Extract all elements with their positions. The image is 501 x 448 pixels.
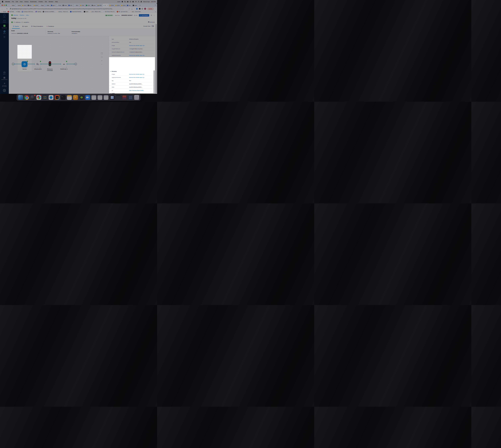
sidebar-nav-item[interactable]: Deployments bbox=[0, 24, 9, 29]
extension-m-icon[interactable]: M bbox=[136, 8, 138, 10]
bookmark-item[interactable]: Campus 2022 lear... bbox=[22, 11, 34, 12]
dock-item[interactable] bbox=[24, 95, 29, 100]
sidebar-nav-item[interactable] bbox=[0, 35, 9, 39]
pipeline-canvas[interactable]: ▶ ⚙ ✓ </> Service ✓ </> Infrastructure bbox=[9, 36, 109, 94]
menu-item[interactable]: Tab bbox=[45, 1, 47, 2]
menu-item[interactable]: Window bbox=[49, 1, 53, 2]
dock-item[interactable]: 1 bbox=[30, 95, 35, 100]
extension-square-icon[interactable] bbox=[142, 8, 143, 9]
step-node-resource-constraint[interactable] bbox=[49, 61, 51, 66]
console-view-toggle[interactable] bbox=[151, 25, 154, 27]
step-node-shellscript[interactable]: </> ✓ </> bbox=[61, 61, 67, 67]
browser-tab[interactable]: Dev × bbox=[126, 4, 132, 7]
dock-item[interactable] bbox=[49, 95, 54, 100]
page-scrollbar[interactable] bbox=[155, 24, 157, 93]
browser-tab[interactable]: [CDS × bbox=[121, 4, 126, 7]
dock-item[interactable] bbox=[79, 95, 84, 100]
extension-pinned-icon[interactable] bbox=[139, 8, 140, 10]
dock-item[interactable] bbox=[128, 95, 133, 100]
dock-item[interactable] bbox=[73, 95, 78, 100]
panel-scrollbar-thumb[interactable] bbox=[154, 70, 155, 93]
zoom-menu-item[interactable]: zoom bbox=[117, 1, 121, 2]
more-options-kebab-icon[interactable]: ⋮ bbox=[153, 15, 155, 16]
reset-view-button[interactable] bbox=[101, 56, 103, 58]
lock-icon[interactable] bbox=[10, 8, 11, 9]
apple-menu-icon[interactable] bbox=[2, 1, 3, 2]
browser-tab[interactable]: Inbox × bbox=[10, 4, 15, 7]
bookmark-item[interactable]: Expensify Reimbu... bbox=[70, 11, 82, 12]
browser-tab[interactable]: CDS × bbox=[79, 4, 85, 7]
browser-tab[interactable]: [CDS × bbox=[109, 4, 115, 7]
browser-tab[interactable]: S × bbox=[103, 4, 109, 7]
address-bar[interactable]: qa.harness.io /ng/account/px7xd_BFRCi-pf… bbox=[9, 8, 124, 10]
password-key-icon[interactable] bbox=[129, 8, 130, 9]
sidebar-nav-item[interactable]: Projects bbox=[0, 18, 9, 24]
share-icon[interactable] bbox=[131, 8, 133, 10]
detail-value[interactable]: <+dockerConfigJsonSecr... bbox=[129, 51, 155, 53]
tab-resilience[interactable]: Resilience bbox=[46, 24, 54, 29]
dock-item[interactable] bbox=[122, 95, 127, 100]
menu-item[interactable]: Chrome bbox=[5, 1, 10, 2]
browser-tab[interactable]: 658c × bbox=[45, 4, 50, 7]
detail-value[interactable]: harness-ken-docker-repo-1.jfr... bbox=[129, 45, 155, 46]
control-center-icon[interactable] bbox=[141, 1, 142, 2]
bookmark-item[interactable]: Git - git-revert Do... bbox=[117, 11, 128, 12]
playback-status-icon[interactable] bbox=[130, 1, 131, 2]
browser-tab[interactable]: grey × bbox=[91, 4, 97, 7]
browser-tab[interactable]: Supp × bbox=[39, 4, 45, 7]
dock-item[interactable] bbox=[18, 95, 23, 100]
display-status-icon[interactable] bbox=[132, 1, 134, 2]
dock-item[interactable] bbox=[36, 95, 41, 100]
back-button[interactable]: ← bbox=[1, 8, 3, 10]
zoom-in-button[interactable]: + bbox=[101, 60, 103, 62]
dock-item[interactable] bbox=[85, 95, 90, 100]
detail-value[interactable]: <+imagePullSecret.primar... bbox=[129, 48, 155, 49]
label-section-header[interactable]: ∧ Label bbox=[109, 92, 155, 94]
close-tab-icon[interactable]: × bbox=[107, 5, 108, 6]
stage-name[interactable]: firstS bbox=[11, 30, 15, 32]
environment-chip[interactable]: sampleEnv bbox=[23, 22, 29, 23]
metadata-value[interactable]: harness-ken-docker-repo-1.jf... bbox=[129, 74, 155, 75]
metadata-value[interactable]: sha256:658c8eae64831... bbox=[129, 87, 155, 88]
dock-item[interactable] bbox=[134, 95, 139, 100]
menu-clock-time[interactable]: 6:59 PM bbox=[151, 1, 156, 2]
dock-item[interactable] bbox=[98, 95, 102, 100]
browser-tab[interactable]: CD D × bbox=[21, 4, 27, 7]
wifi-status-icon[interactable] bbox=[135, 1, 137, 2]
zoom-out-button[interactable]: − bbox=[101, 63, 103, 65]
browser-tab[interactable]: HRA × bbox=[97, 4, 103, 7]
browser-tab[interactable]: Edit × bbox=[68, 4, 74, 7]
chrome-profile-avatar[interactable]: A bbox=[144, 8, 146, 10]
menu-item[interactable]: Help bbox=[55, 1, 58, 2]
bookmark-item[interactable]: Git Cherry Pick | A... bbox=[103, 11, 115, 12]
menu-item[interactable]: Edit bbox=[16, 1, 18, 2]
bookmark-item[interactable]: java - What is the... bbox=[90, 11, 101, 12]
sidebar-bottom-item[interactable]: ACCOUNT SETTINGS bbox=[0, 81, 9, 88]
menu-item[interactable]: History bbox=[24, 1, 28, 2]
bookmark-item[interactable]: Gmail bbox=[1, 11, 6, 12]
sidebar-bottom-item[interactable]: DASHBOARDS bbox=[0, 76, 9, 81]
sidebar-nav-item[interactable]: Builds bbox=[0, 29, 9, 35]
browser-tab[interactable]: [CDS × bbox=[33, 4, 39, 7]
app-status-icon[interactable] bbox=[122, 1, 123, 2]
sidebar-user-avatar[interactable]: A bbox=[3, 89, 6, 92]
reminder-status-icon[interactable] bbox=[124, 1, 126, 2]
dock-item[interactable] bbox=[104, 95, 108, 100]
collapse-chevron-icon[interactable]: ∧ bbox=[110, 93, 111, 94]
dock-item[interactable] bbox=[55, 95, 60, 100]
menu-item[interactable]: File bbox=[12, 1, 14, 2]
tab-inputs[interactable]: Inputs bbox=[22, 24, 28, 29]
metadata-section-header[interactable]: ∧ Metadata bbox=[109, 70, 155, 73]
sidebar-nav-item[interactable]: Home bbox=[0, 13, 9, 18]
metadata-value[interactable]: four bbox=[129, 80, 155, 81]
service-chip[interactable]: Artifactory bbox=[15, 22, 21, 23]
browser-tab[interactable]: Push × bbox=[56, 4, 62, 7]
tab-pipeline[interactable]: Pipeline bbox=[13, 24, 19, 29]
forward-button[interactable]: → bbox=[3, 8, 6, 10]
dock-item[interactable] bbox=[91, 95, 96, 100]
browser-tab[interactable]: [CDS × bbox=[115, 4, 121, 7]
reload-button[interactable]: ↻ bbox=[6, 8, 8, 10]
stage-environment-value[interactable]: sampleEnv bbox=[72, 33, 80, 34]
menu-item[interactable]: Bookmarks bbox=[30, 1, 37, 2]
chrome-update-button[interactable]: Update bbox=[147, 8, 154, 10]
